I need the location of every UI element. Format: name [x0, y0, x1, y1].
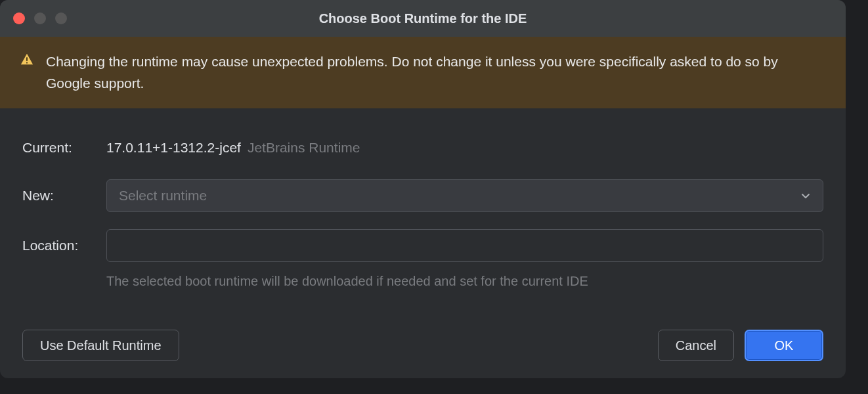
minimize-window-button[interactable] [34, 12, 46, 24]
dialog-titlebar: Choose Boot Runtime for the IDE [0, 0, 846, 37]
ok-button[interactable]: OK [745, 330, 823, 361]
current-runtime-version: 17.0.11+1-1312.2-jcef [106, 140, 241, 156]
maximize-window-button[interactable] [55, 12, 67, 24]
warning-icon [20, 53, 34, 67]
runtime-select-placeholder: Select runtime [119, 188, 207, 204]
cancel-button[interactable]: Cancel [658, 330, 734, 361]
current-runtime-row: Current: 17.0.11+1-1312.2-jcef JetBrains… [22, 133, 823, 162]
svg-rect-1 [26, 62, 28, 64]
warning-banner: Changing the runtime may cause unexpecte… [0, 37, 846, 108]
chevron-down-icon [800, 190, 811, 201]
dialog-title: Choose Boot Runtime for the IDE [12, 11, 834, 26]
location-row: Location: [22, 229, 823, 262]
location-label: Location: [22, 238, 106, 253]
dialog-button-bar: Use Default Runtime Cancel OK [0, 318, 846, 378]
svg-rect-0 [26, 57, 28, 61]
runtime-select-dropdown[interactable]: Select runtime [106, 179, 823, 212]
current-runtime-vendor: JetBrains Runtime [248, 140, 360, 156]
warning-text: Changing the runtime may cause unexpecte… [46, 51, 826, 94]
dialog-content: Current: 17.0.11+1-1312.2-jcef JetBrains… [0, 108, 846, 318]
new-runtime-row: New: Select runtime [22, 179, 823, 212]
location-input[interactable] [106, 229, 823, 262]
choose-boot-runtime-dialog: Choose Boot Runtime for the IDE Changing… [0, 0, 846, 378]
helper-text: The selected boot runtime will be downlo… [106, 274, 823, 289]
use-default-runtime-button[interactable]: Use Default Runtime [22, 330, 179, 361]
window-controls [13, 12, 67, 24]
new-label: New: [22, 188, 106, 204]
current-label: Current: [22, 140, 106, 156]
close-window-button[interactable] [13, 12, 25, 24]
helper-row: The selected boot runtime will be downlo… [106, 274, 823, 289]
